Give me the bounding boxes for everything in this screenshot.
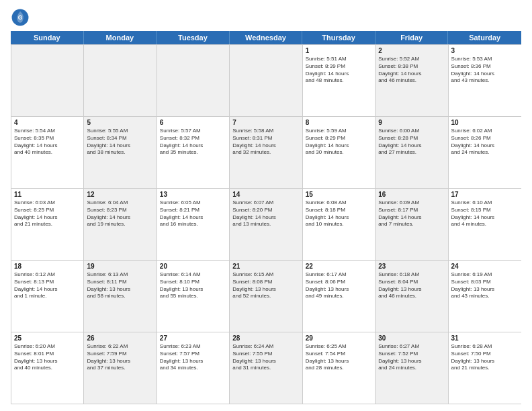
calendar-cell-day-19: 19Sunrise: 6:13 AM Sunset: 8:11 PM Dayli…: [84, 261, 157, 332]
calendar-cell-day-23: 23Sunrise: 6:18 AM Sunset: 8:04 PM Dayli…: [375, 261, 448, 332]
header-day-sunday: Sunday: [11, 31, 84, 44]
day-info: Sunrise: 6:28 AM Sunset: 7:50 PM Dayligh…: [451, 343, 519, 372]
calendar-cell-day-14: 14Sunrise: 6:07 AM Sunset: 8:20 PM Dayli…: [230, 189, 302, 260]
day-info: Sunrise: 6:22 AM Sunset: 7:59 PM Dayligh…: [87, 343, 153, 372]
day-number: 7: [232, 119, 299, 126]
calendar-row-2: 4Sunrise: 5:54 AM Sunset: 8:35 PM Daylig…: [11, 116, 521, 188]
calendar-cell-day-11: 11Sunrise: 6:03 AM Sunset: 8:25 PM Dayli…: [11, 189, 84, 260]
calendar-header: SundayMondayTuesdayWednesdayThursdayFrid…: [11, 31, 521, 44]
day-number: 2: [378, 47, 445, 54]
day-number: 30: [378, 334, 445, 342]
day-info: Sunrise: 5:59 AM Sunset: 8:29 PM Dayligh…: [306, 128, 372, 156]
day-number: 1: [306, 47, 372, 54]
day-number: 5: [87, 119, 153, 126]
day-number: 17: [451, 191, 519, 198]
calendar-cell-day-5: 5Sunrise: 5:55 AM Sunset: 8:34 PM Daylig…: [84, 117, 157, 188]
calendar-cell-day-26: 26Sunrise: 6:22 AM Sunset: 7:59 PM Dayli…: [84, 332, 157, 404]
calendar-cell-day-8: 8Sunrise: 5:59 AM Sunset: 8:29 PM Daylig…: [303, 117, 375, 188]
header-day-tuesday: Tuesday: [157, 31, 230, 44]
header-day-saturday: Saturday: [448, 31, 521, 44]
day-number: 3: [451, 47, 519, 54]
day-number: 25: [14, 334, 81, 342]
day-number: 20: [160, 263, 226, 270]
calendar-cell-day-6: 6Sunrise: 5:57 AM Sunset: 8:32 PM Daylig…: [157, 117, 230, 188]
day-number: 6: [160, 119, 226, 126]
logo-icon: G: [11, 8, 30, 27]
day-info: Sunrise: 6:07 AM Sunset: 8:20 PM Dayligh…: [232, 199, 299, 228]
calendar-cell-day-17: 17Sunrise: 6:10 AM Sunset: 8:15 PM Dayli…: [449, 189, 521, 260]
day-info: Sunrise: 6:14 AM Sunset: 8:10 PM Dayligh…: [160, 271, 226, 300]
calendar-cell-day-7: 7Sunrise: 5:58 AM Sunset: 8:31 PM Daylig…: [230, 117, 302, 188]
svg-text:G: G: [18, 14, 23, 21]
page: G SundayMondayTuesdayWednesdayThursdayFr…: [0, 0, 532, 411]
day-number: 23: [378, 263, 445, 270]
day-info: Sunrise: 6:19 AM Sunset: 8:03 PM Dayligh…: [451, 271, 519, 300]
day-number: 15: [306, 191, 372, 198]
day-number: 14: [232, 191, 299, 198]
day-info: Sunrise: 5:52 AM Sunset: 8:38 PM Dayligh…: [378, 56, 445, 85]
calendar-cell-day-25: 25Sunrise: 6:20 AM Sunset: 8:01 PM Dayli…: [11, 332, 84, 404]
header-day-monday: Monday: [84, 31, 157, 44]
calendar: SundayMondayTuesdayWednesdayThursdayFrid…: [11, 31, 521, 404]
calendar-cell-empty: [11, 45, 84, 116]
day-number: 9: [378, 119, 445, 126]
logo: G: [11, 8, 32, 27]
header-day-wednesday: Wednesday: [230, 31, 303, 44]
calendar-cell-day-3: 3Sunrise: 5:53 AM Sunset: 8:36 PM Daylig…: [449, 45, 521, 116]
day-info: Sunrise: 6:03 AM Sunset: 8:25 PM Dayligh…: [14, 199, 81, 228]
calendar-cell-day-2: 2Sunrise: 5:52 AM Sunset: 8:38 PM Daylig…: [375, 45, 448, 116]
header: G: [11, 8, 521, 27]
day-info: Sunrise: 5:51 AM Sunset: 8:39 PM Dayligh…: [306, 56, 372, 85]
day-info: Sunrise: 5:54 AM Sunset: 8:35 PM Dayligh…: [14, 128, 81, 156]
calendar-row-5: 25Sunrise: 6:20 AM Sunset: 8:01 PM Dayli…: [11, 332, 521, 404]
calendar-cell-day-10: 10Sunrise: 6:02 AM Sunset: 8:26 PM Dayli…: [449, 117, 521, 188]
calendar-cell-day-4: 4Sunrise: 5:54 AM Sunset: 8:35 PM Daylig…: [11, 117, 84, 188]
calendar-cell-day-30: 30Sunrise: 6:27 AM Sunset: 7:52 PM Dayli…: [375, 332, 448, 404]
calendar-cell-day-20: 20Sunrise: 6:14 AM Sunset: 8:10 PM Dayli…: [157, 261, 230, 332]
day-info: Sunrise: 5:58 AM Sunset: 8:31 PM Dayligh…: [232, 128, 299, 156]
calendar-cell-day-18: 18Sunrise: 6:12 AM Sunset: 8:13 PM Dayli…: [11, 261, 84, 332]
day-number: 31: [451, 334, 519, 342]
calendar-row-4: 18Sunrise: 6:12 AM Sunset: 8:13 PM Dayli…: [11, 260, 521, 332]
day-number: 26: [87, 334, 153, 342]
calendar-cell-empty: [230, 45, 302, 116]
day-info: Sunrise: 5:55 AM Sunset: 8:34 PM Dayligh…: [87, 128, 153, 156]
calendar-cell-day-1: 1Sunrise: 5:51 AM Sunset: 8:39 PM Daylig…: [303, 45, 375, 116]
day-number: 28: [232, 334, 299, 342]
day-number: 13: [160, 191, 226, 198]
header-day-thursday: Thursday: [302, 31, 375, 44]
calendar-cell-day-9: 9Sunrise: 6:00 AM Sunset: 8:28 PM Daylig…: [375, 117, 448, 188]
day-info: Sunrise: 5:53 AM Sunset: 8:36 PM Dayligh…: [451, 56, 519, 85]
day-info: Sunrise: 6:04 AM Sunset: 8:23 PM Dayligh…: [87, 199, 153, 228]
day-number: 24: [451, 263, 519, 270]
calendar-body: 1Sunrise: 5:51 AM Sunset: 8:39 PM Daylig…: [11, 44, 521, 404]
calendar-cell-empty: [157, 45, 230, 116]
day-number: 22: [306, 263, 372, 270]
day-number: 10: [451, 119, 519, 126]
day-number: 21: [232, 263, 299, 270]
day-number: 29: [306, 334, 372, 342]
day-info: Sunrise: 6:27 AM Sunset: 7:52 PM Dayligh…: [378, 343, 445, 372]
calendar-cell-day-12: 12Sunrise: 6:04 AM Sunset: 8:23 PM Dayli…: [84, 189, 157, 260]
day-info: Sunrise: 6:13 AM Sunset: 8:11 PM Dayligh…: [87, 271, 153, 300]
day-info: Sunrise: 6:25 AM Sunset: 7:54 PM Dayligh…: [306, 343, 372, 372]
day-info: Sunrise: 6:08 AM Sunset: 8:18 PM Dayligh…: [306, 199, 372, 228]
day-number: 18: [14, 263, 81, 270]
day-info: Sunrise: 6:10 AM Sunset: 8:15 PM Dayligh…: [451, 199, 519, 228]
day-number: 4: [14, 119, 81, 126]
day-info: Sunrise: 6:23 AM Sunset: 7:57 PM Dayligh…: [160, 343, 226, 372]
day-number: 12: [87, 191, 153, 198]
calendar-row-1: 1Sunrise: 5:51 AM Sunset: 8:39 PM Daylig…: [11, 44, 521, 116]
calendar-cell-empty: [84, 45, 157, 116]
day-info: Sunrise: 6:09 AM Sunset: 8:17 PM Dayligh…: [378, 199, 445, 228]
day-info: Sunrise: 6:18 AM Sunset: 8:04 PM Dayligh…: [378, 271, 445, 300]
calendar-cell-day-13: 13Sunrise: 6:05 AM Sunset: 8:21 PM Dayli…: [157, 189, 230, 260]
day-info: Sunrise: 6:12 AM Sunset: 8:13 PM Dayligh…: [14, 271, 81, 300]
day-info: Sunrise: 6:02 AM Sunset: 8:26 PM Dayligh…: [451, 128, 519, 156]
day-info: Sunrise: 6:20 AM Sunset: 8:01 PM Dayligh…: [14, 343, 81, 372]
calendar-cell-day-16: 16Sunrise: 6:09 AM Sunset: 8:17 PM Dayli…: [375, 189, 448, 260]
calendar-cell-day-21: 21Sunrise: 6:15 AM Sunset: 8:08 PM Dayli…: [230, 261, 302, 332]
day-info: Sunrise: 6:17 AM Sunset: 8:06 PM Dayligh…: [306, 271, 372, 300]
day-number: 8: [306, 119, 372, 126]
day-number: 27: [160, 334, 226, 342]
